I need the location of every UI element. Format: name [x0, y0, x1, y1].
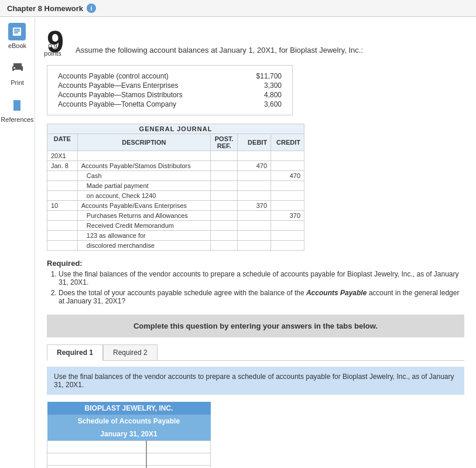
question-intro-block: Assume the following account balances at… [76, 26, 363, 57]
account-row-3: Accounts Payable—Tonetta Company 3,600 [56, 100, 284, 109]
content-area: 9 Assume the following account balances … [35, 17, 476, 468]
schedule-data-row-3 [47, 466, 211, 469]
journal-row-5: 10 Accounts Payable/Evans Enterprises 37… [47, 201, 304, 211]
journal-row-9: discolored merchandise [47, 241, 304, 251]
col-debit: DEBIT [238, 134, 271, 151]
schedule-table: BIOPLAST JEWELRY, INC. Schedule of Accou… [47, 402, 211, 468]
sidebar-item-print[interactable]: Print [9, 60, 26, 86]
svg-rect-8 [13, 67, 15, 69]
general-journal: GENERAL JOURNAL DATE DESCRIPTION POST.RE… [47, 124, 304, 251]
references-label: References [1, 116, 33, 123]
top-bar: Chapter 8 Homework i [0, 0, 476, 17]
bookmark-icon [8, 97, 26, 114]
ebook-label: eBook [8, 42, 26, 49]
schedule-amount-input-1[interactable] [154, 443, 207, 451]
printer-icon [9, 60, 26, 77]
journal-row-3: Made partial payment [47, 181, 304, 191]
required-item-2: Does the total of your accounts payable … [59, 289, 464, 305]
svg-rect-7 [14, 70, 21, 74]
account-row-2: Accounts Payable—Stamos Distributors 4,8… [56, 90, 284, 100]
account-row-1: Accounts Payable—Evans Enterprises 3,300 [56, 81, 284, 90]
required-item-1: Use the final balances of the vendor acc… [59, 270, 464, 286]
question-header: 9 Assume the following account balances … [47, 26, 464, 57]
tabs-row: Required 1 Required 2 [47, 344, 464, 361]
print-label: Print [11, 79, 24, 86]
journal-row-year: 20X1 [47, 151, 304, 161]
tabs-container: Required 1 Required 2 [47, 344, 464, 361]
complete-box: Complete this question by entering your … [47, 315, 464, 337]
col-credit: CREDIT [271, 134, 304, 151]
account-row-0: Accounts Payable (control account) $11,7… [56, 71, 284, 81]
question-intro: Assume the following account balances at… [76, 46, 363, 54]
tab-instruction: Use the final balances of the vendor acc… [47, 367, 464, 395]
schedule-data-row-2 [47, 453, 211, 466]
schedule-table-wrapper: BIOPLAST JEWELRY, INC. Schedule of Accou… [47, 402, 464, 468]
schedule-date-row: January 31, 20X1 [47, 428, 211, 441]
points-label: 0.9 points [35, 43, 70, 57]
required-list: Use the final balances of the vendor acc… [47, 270, 464, 305]
tab-required2[interactable]: Required 2 [103, 344, 157, 360]
schedule-company-title: BIOPLAST JEWELRY, INC. [47, 402, 211, 415]
page-title: Chapter 8 Homework [7, 4, 83, 13]
required-label: Required: [47, 259, 464, 268]
journal-row-7: Received Credit Memorandum [47, 221, 304, 231]
col-desc: DESCRIPTION [77, 134, 210, 151]
sidebar-item-ebook[interactable]: eBook [8, 23, 26, 49]
svg-rect-4 [13, 63, 22, 66]
journal-row-1: Jan. 8 Accounts Payable/Stamos Distribut… [47, 161, 304, 171]
col-date: DATE [47, 134, 78, 151]
account-balances: Accounts Payable (control account) $11,7… [47, 65, 293, 115]
col-ref: POST.REF. [211, 134, 238, 151]
schedule-subtitle: Schedule of Accounts Payable [47, 415, 211, 428]
svg-rect-1 [14, 29, 20, 30]
required-section: Required: Use the final balances of the … [47, 259, 464, 305]
info-icon[interactable]: i [87, 4, 96, 13]
book-icon [8, 23, 26, 40]
journal-row-8: 123 as allowance for [47, 231, 304, 241]
svg-rect-2 [14, 30, 20, 32]
journal-row-6: Purchases Returns and Allowances 370 [47, 211, 304, 221]
tab-required1[interactable]: Required 1 [47, 344, 103, 361]
sidebar: eBook Print References [0, 17, 35, 468]
journal-row-4: on account, Check 1240 [47, 191, 304, 201]
schedule-data-row-1 [47, 441, 211, 453]
schedule-amount-input-2[interactable] [154, 455, 207, 463]
svg-rect-3 [14, 32, 18, 33]
journal-row-2: Cash 470 [47, 171, 304, 181]
schedule-subtitle-row: Schedule of Accounts Payable [47, 415, 211, 428]
sidebar-item-references[interactable]: References [1, 97, 33, 123]
schedule-date: January 31, 20X1 [47, 428, 211, 441]
journal-title: GENERAL JOURNAL [47, 124, 304, 134]
schedule-title-row: BIOPLAST JEWELRY, INC. [47, 402, 211, 415]
